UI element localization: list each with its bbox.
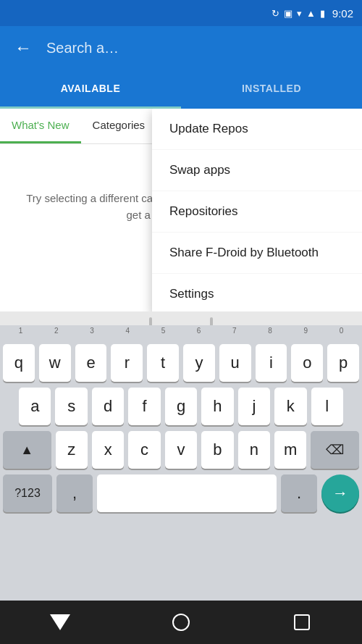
key-p[interactable]: p bbox=[327, 344, 359, 382]
num-9: 9 bbox=[288, 327, 324, 341]
key-i[interactable]: i bbox=[256, 344, 287, 382]
rotate-icon: ↻ bbox=[272, 8, 279, 19]
enter-arrow-icon: → bbox=[332, 484, 348, 503]
key-row-1: q w e r t y u i o p bbox=[0, 341, 362, 385]
sub-tab-categories[interactable]: Categories bbox=[81, 109, 157, 143]
content-area: What's New Categories No app Try selecti… bbox=[0, 109, 362, 311]
key-g[interactable]: g bbox=[165, 388, 197, 425]
status-icons: ↻ ▣ ▾ ▲ ▮ 9:02 bbox=[272, 7, 353, 20]
key-f[interactable]: f bbox=[128, 388, 160, 425]
key-row-4: ?123 , . → bbox=[0, 472, 362, 515]
tab-available[interactable]: AVAILABLE bbox=[0, 70, 181, 109]
sub-tab-whats-new[interactable]: What's New bbox=[0, 109, 81, 143]
status-bar: ↻ ▣ ▾ ▲ ▮ 9:02 bbox=[0, 0, 362, 26]
key-m[interactable]: m bbox=[274, 431, 306, 469]
key-y[interactable]: y bbox=[183, 344, 215, 382]
menu-item-settings[interactable]: Settings bbox=[152, 274, 362, 311]
key-t[interactable]: t bbox=[147, 344, 179, 382]
num-6: 6 bbox=[181, 327, 216, 341]
num-8: 8 bbox=[252, 327, 287, 341]
num-2: 2 bbox=[38, 327, 74, 341]
num-5: 5 bbox=[146, 327, 181, 341]
key-s[interactable]: s bbox=[55, 388, 87, 425]
tab-installed[interactable]: INSTALLED bbox=[181, 70, 362, 109]
key-backspace[interactable]: ⌫ bbox=[311, 431, 359, 469]
menu-item-swap-apps[interactable]: Swap apps bbox=[152, 150, 362, 191]
back-button[interactable]: ← bbox=[12, 38, 35, 58]
key-o[interactable]: o bbox=[291, 344, 323, 382]
key-q[interactable]: q bbox=[3, 344, 35, 382]
key-comma[interactable]: , bbox=[56, 474, 93, 512]
status-time: 9:02 bbox=[332, 7, 353, 20]
key-n[interactable]: n bbox=[238, 431, 270, 469]
wifi-icon: ▾ bbox=[297, 8, 302, 19]
key-x[interactable]: x bbox=[92, 431, 124, 469]
network-icon: ▲ bbox=[306, 8, 316, 19]
key-r[interactable]: r bbox=[111, 344, 143, 382]
key-z[interactable]: z bbox=[56, 431, 88, 469]
dropdown-menu: Update Repos Swap apps Repositories Shar… bbox=[152, 109, 362, 311]
key-k[interactable]: k bbox=[274, 388, 306, 425]
key-v[interactable]: v bbox=[165, 431, 197, 469]
key-row-3: ▲ z x c v b n m ⌫ bbox=[0, 428, 362, 472]
key-c[interactable]: c bbox=[128, 431, 160, 469]
menu-item-update-repos[interactable]: Update Repos bbox=[152, 109, 362, 150]
tabs-bar: AVAILABLE INSTALLED bbox=[0, 70, 362, 109]
key-d[interactable]: d bbox=[92, 388, 124, 425]
key-shift[interactable]: ▲ bbox=[3, 431, 51, 469]
num-4: 4 bbox=[110, 327, 146, 341]
key-period[interactable]: . bbox=[281, 474, 317, 512]
key-w[interactable]: w bbox=[39, 344, 71, 382]
nav-home-button[interactable] bbox=[167, 608, 195, 637]
nav-recent-button[interactable] bbox=[287, 608, 316, 637]
nav-recent-icon bbox=[294, 614, 310, 630]
number-hint-row: 1 2 3 4 5 6 7 8 9 0 bbox=[0, 325, 362, 341]
nav-bar bbox=[0, 601, 362, 644]
key-row-2: a s d f g h j k l bbox=[0, 385, 362, 428]
key-numbers[interactable]: ?123 bbox=[3, 474, 52, 512]
key-space[interactable] bbox=[97, 474, 277, 512]
key-l[interactable]: l bbox=[311, 388, 343, 425]
num-7: 7 bbox=[216, 327, 252, 341]
keyboard: 1 2 3 4 5 6 7 8 9 0 q w e r t y u i o p … bbox=[0, 325, 362, 601]
nav-back-icon bbox=[50, 614, 70, 630]
search-hint[interactable]: Search a… bbox=[46, 40, 350, 57]
num-1: 1 bbox=[3, 327, 38, 341]
menu-item-repositories[interactable]: Repositories bbox=[152, 191, 362, 233]
num-3: 3 bbox=[74, 327, 109, 341]
nav-back-button[interactable] bbox=[46, 608, 75, 637]
key-h[interactable]: h bbox=[201, 388, 233, 425]
key-e[interactable]: e bbox=[75, 344, 107, 382]
num-0: 0 bbox=[324, 327, 359, 341]
signal-icon: ▣ bbox=[284, 8, 292, 19]
key-j[interactable]: j bbox=[238, 388, 270, 425]
key-b[interactable]: b bbox=[201, 431, 233, 469]
key-u[interactable]: u bbox=[219, 344, 251, 382]
battery-icon: ▮ bbox=[320, 8, 325, 19]
menu-item-share-fdroid[interactable]: Share F-Droid by Bluetooth bbox=[152, 233, 362, 274]
nav-home-icon bbox=[172, 614, 190, 631]
key-enter[interactable]: → bbox=[321, 474, 359, 512]
key-a[interactable]: a bbox=[19, 388, 51, 425]
app-bar: ← Search a… bbox=[0, 26, 362, 70]
